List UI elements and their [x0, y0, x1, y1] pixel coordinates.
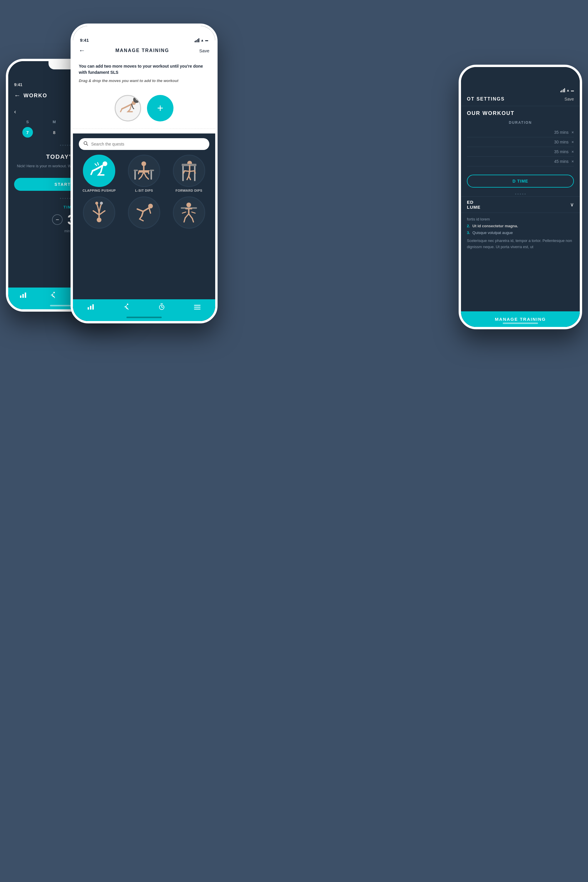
add-slot-button[interactable]: +: [147, 95, 174, 122]
dot: [64, 198, 66, 199]
exercise-name-lsit: L-SIT DIPS: [135, 189, 153, 192]
lorem-intro: fortis id lorem: [467, 217, 574, 221]
search-section: [73, 134, 215, 154]
status-icons-center: ▲ ▬: [195, 38, 208, 42]
signal-c2: [196, 40, 196, 42]
signal-c4: [198, 38, 200, 42]
exercise-circle-clapping[interactable]: [83, 154, 115, 187]
svg-rect-33: [194, 307, 201, 308]
signal-r4: [564, 88, 565, 92]
battery-icon-right: ▬: [571, 89, 574, 92]
speed-label: ED: [467, 200, 481, 205]
divider-dots-right: [461, 192, 580, 196]
exercise-circle-forward[interactable]: [173, 154, 205, 187]
signal-r1: [560, 91, 561, 92]
svg-rect-32: [194, 305, 201, 306]
remove-3[interactable]: ×: [572, 149, 574, 154]
remove-4[interactable]: ×: [572, 159, 574, 164]
exercise-item-6[interactable]: [168, 196, 209, 231]
svg-rect-14: [150, 171, 152, 180]
svg-rect-2: [25, 292, 26, 298]
wifi-icon-right: ▲: [566, 88, 570, 92]
divider-dots-center: [73, 129, 215, 134]
svg-rect-16: [150, 170, 154, 171]
remove-1[interactable]: ×: [572, 130, 574, 135]
add-time-button[interactable]: D TIME: [467, 175, 574, 188]
stats-nav-icon-left[interactable]: [20, 292, 27, 299]
manage-info-text: You can add two more moves to your worko…: [79, 63, 209, 75]
settings-title: OT SETTINGS: [467, 96, 505, 102]
signal-right: [560, 88, 566, 92]
timer-nav-icon-center[interactable]: [159, 303, 165, 312]
exercise-6-icon: [176, 201, 201, 224]
dot: [60, 145, 61, 146]
exercise-item-4[interactable]: [79, 196, 120, 231]
run-nav-icon-center[interactable]: [123, 303, 129, 312]
svg-point-3: [54, 292, 55, 293]
back-button-center[interactable]: ←: [79, 47, 85, 54]
exercise-circle-4[interactable]: [83, 196, 115, 229]
back-button-left[interactable]: ←: [14, 92, 21, 99]
prev-month-button[interactable]: ‹: [14, 108, 16, 115]
manage-info-section: You can add two more moves to your worko…: [73, 58, 215, 91]
signal-r2: [561, 90, 562, 92]
status-bar-center: 9:41 ▲ ▬: [73, 36, 215, 44]
center-phone: 9:41 ▲ ▬ ← MANAGE TRAINING Save You can …: [70, 24, 218, 323]
timer-unit: min:: [64, 229, 71, 233]
exercise-circle-6[interactable]: [173, 196, 205, 229]
cal-day-7[interactable]: 7: [22, 127, 33, 138]
svg-rect-13: [134, 171, 136, 180]
svg-point-9: [84, 141, 87, 144]
svg-rect-1: [22, 294, 24, 298]
lorem-paragraph: Scelerisque nec pharetra id, tempor a to…: [467, 238, 574, 250]
remove-2[interactable]: ×: [572, 140, 574, 144]
dot: [525, 194, 526, 195]
save-button-right[interactable]: Save: [564, 97, 574, 101]
workout-row-1: 35 mins ×: [467, 128, 574, 137]
menu-nav-icon-center[interactable]: [194, 304, 201, 311]
exercise-item-5[interactable]: [124, 196, 165, 231]
svg-rect-27: [88, 307, 89, 310]
lorem-item-1: 2. Ut id consectetur magna.: [467, 224, 574, 228]
run-nav-icon-left[interactable]: [50, 292, 56, 300]
svg-point-25: [186, 202, 191, 207]
remove-slot-button[interactable]: ×: [133, 96, 140, 103]
search-icon: [84, 141, 88, 147]
svg-rect-28: [90, 306, 92, 310]
signal-center: [195, 38, 200, 42]
right-phone: ▲ ▬ OT SETTINGS Save OUR WORKOUT DURATIO…: [459, 64, 582, 329]
cal-day-8[interactable]: 8: [49, 127, 60, 138]
lorem-text-1: Ut id consectetur magna.: [472, 224, 518, 228]
timer-minus-button[interactable]: −: [52, 214, 63, 225]
signal-r3: [563, 89, 564, 92]
battery-icon-center: ▬: [205, 39, 208, 42]
svg-rect-0: [20, 296, 21, 298]
status-bar-right: ▲ ▬: [461, 78, 580, 94]
signal-c1: [195, 41, 195, 42]
exercise-item-1[interactable]: CLAPPING PUSHUP: [79, 154, 120, 192]
manage-training-button[interactable]: MANAGE TRAINING: [461, 311, 580, 327]
exercise-circle-lsit[interactable]: [128, 154, 160, 187]
dot: [60, 198, 61, 199]
dot: [522, 194, 524, 195]
search-input[interactable]: [91, 142, 205, 146]
wifi-icon-center: ▲: [201, 38, 204, 42]
dot: [67, 198, 68, 199]
exercises-grid: CLAPPING PUSHUP: [73, 154, 215, 233]
exercise-item-2[interactable]: L-SIT DIPS: [124, 154, 165, 192]
workout-slot-filled[interactable]: ×: [115, 95, 141, 122]
home-indicator-right: [503, 322, 538, 324]
workout-row-3: 35 mins ×: [467, 147, 574, 157]
dot: [518, 194, 519, 195]
save-button-center[interactable]: Save: [200, 48, 209, 53]
right-header: OT SETTINGS Save: [461, 94, 580, 106]
duration-4: 45 mins: [554, 159, 568, 164]
stats-nav-icon-center[interactable]: [88, 304, 94, 311]
exercise-item-3[interactable]: FORWARD DIPS: [168, 154, 209, 192]
exercise-name-forward: FORWARD DIPS: [176, 189, 202, 192]
exercise-circle-5[interactable]: [128, 196, 160, 229]
drag-hint-text: Drag & drop the moves you want to add to…: [79, 78, 209, 84]
search-bar: [79, 138, 209, 150]
status-time-left: 9:41: [14, 82, 22, 87]
chevron-down-icon[interactable]: ∨: [570, 201, 574, 208]
